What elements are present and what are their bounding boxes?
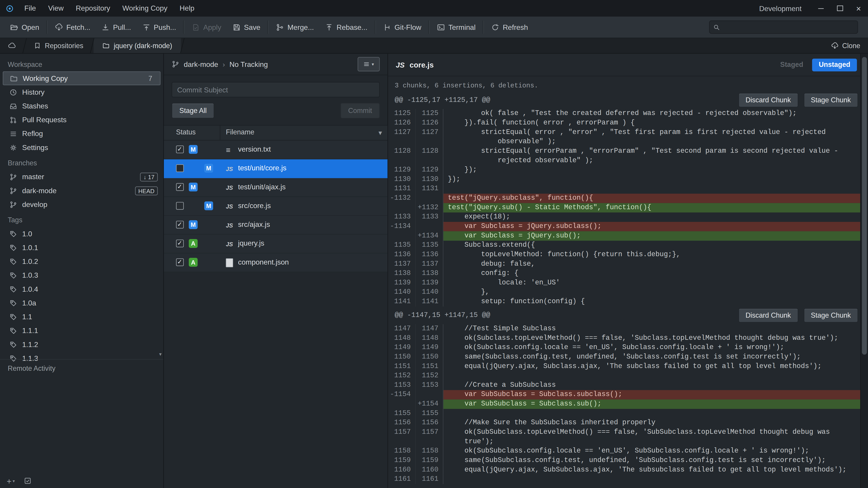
file-stage-checkbox[interactable] xyxy=(176,183,184,191)
old-line-number: 1133 xyxy=(388,213,416,222)
save-button[interactable]: Save xyxy=(227,17,266,37)
code-text: }); xyxy=(443,175,868,184)
clone-button[interactable]: Clone xyxy=(823,38,868,53)
stage-chunk-button[interactable]: Stage Chunk xyxy=(804,93,858,107)
git-flow-button[interactable]: Git-Flow xyxy=(377,17,427,37)
file-row[interactable]: M test/unit/core.js xyxy=(164,159,388,178)
file-row[interactable]: M src/core.js xyxy=(164,197,388,216)
branch-item[interactable]: dark-mode HEAD xyxy=(0,184,163,197)
unstaged-tab[interactable]: Unstaged xyxy=(812,58,857,71)
diff-header: JS core.js Staged Unstaged xyxy=(388,54,868,76)
file-row[interactable]: M version.txt xyxy=(164,140,388,159)
stage-chunk-button[interactable]: Stage Chunk xyxy=(804,308,858,323)
tab-repositories[interactable]: Repositories xyxy=(26,38,91,53)
sidebar-item-pull-requests[interactable]: Pull Requests xyxy=(0,113,163,127)
branch-item[interactable]: develop xyxy=(0,197,163,211)
toolbar-search[interactable] xyxy=(709,21,858,34)
file-view-options-button[interactable]: ▾ xyxy=(358,57,380,71)
file-stage-checkbox[interactable] xyxy=(176,258,184,266)
refresh-button[interactable]: Refresh xyxy=(486,17,533,37)
tag-item[interactable]: 1.1.1 xyxy=(0,324,163,337)
menu-help[interactable]: Help xyxy=(174,0,200,17)
window-maximize-button[interactable] xyxy=(830,0,849,17)
open-button[interactable]: Open xyxy=(4,17,45,37)
file-stage-checkbox[interactable] xyxy=(176,202,184,210)
push-button[interactable]: Push... xyxy=(136,17,182,37)
checkbox-settings-button[interactable] xyxy=(24,477,31,485)
code-text: ok(SubSubclass.config.locale == 'en_US',… xyxy=(443,447,868,456)
diff-line: observable" ); xyxy=(388,137,868,147)
tag-item[interactable]: 1.0.2 xyxy=(0,255,163,268)
remote-accounts-button[interactable] xyxy=(0,38,23,53)
file-stage-checkbox[interactable] xyxy=(176,239,184,247)
terminal-button[interactable]: Terminal xyxy=(431,17,481,37)
hunk-header-1: @@ -1125,17 +1125,17 @@ Discard Chunk St… xyxy=(388,91,868,109)
old-line-number: 1149 xyxy=(388,343,416,352)
commit-subject-field[interactable] xyxy=(172,82,380,97)
file-stage-checkbox[interactable] xyxy=(176,145,184,153)
merge-button[interactable]: Merge... xyxy=(270,17,319,37)
tag-item[interactable]: 1.0.4 xyxy=(0,282,163,296)
sidebar-item-history[interactable]: History xyxy=(0,85,163,99)
sidebar-item-settings[interactable]: Settings xyxy=(0,140,163,154)
gear-icon xyxy=(9,144,17,151)
code-text: //Make Sure the SubSubclass inherited pr… xyxy=(443,418,868,428)
tag-item[interactable]: 1.0.3 xyxy=(0,268,163,282)
pull-button[interactable]: Pull... xyxy=(96,17,136,37)
file-type-icon xyxy=(226,239,233,248)
stage-all-button[interactable]: Stage All xyxy=(172,103,214,119)
column-sort-caret-icon[interactable]: ▾ xyxy=(378,128,382,137)
rebase-button[interactable]: Rebase... xyxy=(319,17,373,37)
menu-working-copy[interactable]: Working Copy xyxy=(116,0,174,17)
commit-subject-input[interactable] xyxy=(172,86,379,94)
diff-file-name: core.js xyxy=(410,61,434,69)
fetch-button[interactable]: Fetch... xyxy=(49,17,96,37)
menu-repository[interactable]: Repository xyxy=(70,0,116,17)
sidebar-item-stashes[interactable]: Stashes xyxy=(0,99,163,113)
file-row[interactable]: M test/unit/ajax.js xyxy=(164,178,388,197)
diff-line: 1135 1135 Subclass.extend({ xyxy=(388,240,868,250)
add-repository-button[interactable]: +▾ xyxy=(6,476,15,486)
diff-line: 1133 1133 expect(18); xyxy=(388,213,868,222)
window-close-button[interactable]: × xyxy=(849,0,868,17)
scrollbar-thumb[interactable] xyxy=(862,57,867,355)
terminal-icon xyxy=(437,23,445,31)
pull-request-icon xyxy=(9,116,17,124)
diff-hunk-2-lines: 1147 1147 //Test Simple Subclass 1148 11… xyxy=(388,324,868,484)
tag-item[interactable]: 1.1.2 xyxy=(0,337,163,351)
file-stage-checkbox[interactable] xyxy=(176,164,184,172)
sidebar-scroll-down-arrow[interactable]: ▾ xyxy=(159,351,162,357)
menu-view[interactable]: View xyxy=(42,0,70,17)
tag-item[interactable]: 1.0 xyxy=(0,227,163,240)
sidebar-item-reflog[interactable]: Reflog xyxy=(0,127,163,140)
menu-file[interactable]: File xyxy=(18,0,42,17)
file-row[interactable]: M src/ajax.js xyxy=(164,216,388,234)
branch-item[interactable]: master ↓ 17 xyxy=(0,170,163,184)
diff-line: 1147 1147 //Test Simple Subclass xyxy=(388,324,868,334)
active-tab-label: jquery (dark-mode) xyxy=(114,42,172,50)
file-row[interactable]: A jquery.js xyxy=(164,234,388,253)
file-table-header: Status Filename ▾ xyxy=(164,125,388,140)
sidebar-item-working-copy[interactable]: Working Copy 7 xyxy=(3,71,160,85)
staged-tab[interactable]: Staged xyxy=(776,61,808,68)
tag-item[interactable]: 1.0.1 xyxy=(0,240,163,254)
tab-repo-jquery-dark-mode[interactable]: jquery (dark-mode) xyxy=(94,38,181,53)
apply-button[interactable]: Apply xyxy=(186,17,227,37)
diff-scrollbar[interactable] xyxy=(860,54,868,488)
commit-button[interactable]: Commit xyxy=(340,103,380,119)
file-name: version.txt xyxy=(238,145,271,153)
old-line-number: 1131 xyxy=(388,184,416,194)
window-minimize-button[interactable] xyxy=(811,0,830,17)
file-row[interactable]: A component.json xyxy=(164,254,388,272)
old-line-number: 1155 xyxy=(388,409,416,418)
code-text xyxy=(443,475,868,484)
discard-chunk-button[interactable]: Discard Chunk xyxy=(738,93,798,107)
rebase-icon xyxy=(325,23,333,31)
tag-item[interactable]: 1.1 xyxy=(0,310,163,324)
search-input[interactable] xyxy=(723,23,854,31)
maximize-icon xyxy=(837,5,843,11)
file-stage-checkbox[interactable] xyxy=(176,221,184,228)
tag-item[interactable]: 1.0a xyxy=(0,296,163,310)
discard-chunk-button[interactable]: Discard Chunk xyxy=(738,308,798,323)
working-copy-count-badge: 7 xyxy=(148,74,152,82)
